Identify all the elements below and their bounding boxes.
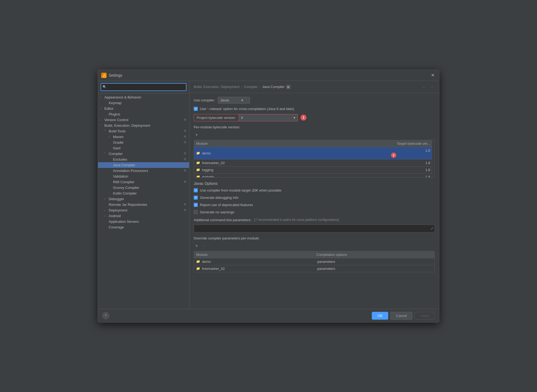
override-td-options: -parameters: [314, 265, 434, 272]
breadcrumb-current: Java Compiler: [262, 85, 285, 89]
settings-dialog: J Settings ✕ 🔍 › Appearance & Behavior: [98, 70, 439, 323]
badge-1: 1: [301, 115, 306, 121]
sidebar-item-editor[interactable]: › Editor: [98, 106, 189, 111]
override-td-module: 📁 demo: [194, 258, 314, 265]
table-header: Module Target bytecode ver...: [194, 140, 434, 147]
sidebar-item-rmi-compiler[interactable]: RMI Compiler ▦: [98, 179, 189, 185]
sidebar-item-validation[interactable]: Validation: [98, 174, 189, 179]
sidebar-item-excludes[interactable]: Excludes ▦: [98, 157, 189, 162]
sidebar-item-label: Gant: [113, 146, 187, 150]
search-box: 🔍: [98, 81, 189, 93]
sidebar-item-label: RMI Compiler: [113, 180, 183, 184]
javac-opt-2-row: ✓ Generate debugging info: [194, 196, 435, 200]
javac-opt-3-row: ✓ Report use of deprecated features: [194, 203, 435, 207]
javac-opt-1-row: ✓ Use compiler from module target JDK wh…: [194, 188, 435, 192]
javac-options-section: Javac Options ✓ Use compiler from module…: [194, 181, 435, 214]
use-compiler-label: Use compiler:: [194, 98, 215, 102]
override-add-button[interactable]: +: [194, 243, 200, 249]
sidebar-item-build-tools[interactable]: ˅ Build Tools ▦: [98, 128, 189, 134]
sidebar-item-keymap[interactable]: Keymap: [98, 100, 189, 106]
search-wrapper: 🔍: [101, 83, 186, 91]
cross-compile-row: ✓ Use '--release' option for cross-compi…: [194, 107, 435, 111]
override-table: Module Compilation options 📁 demo -param…: [194, 251, 435, 272]
panel-body: Use compiler: Javac ▾ ✓ Use '--release' …: [189, 93, 439, 309]
sidebar-item-debugger[interactable]: › Debugger: [98, 196, 189, 202]
sidebar-item-kotlin-compiler[interactable]: Kotlin Compiler: [98, 190, 189, 196]
javac-opt-4-label: Generate no warnings: [200, 210, 234, 214]
sidebar-item-appearance[interactable]: › Appearance & Behavior: [98, 94, 189, 100]
bytecode-dropdown[interactable]: 8 ▾: [239, 114, 298, 121]
sidebar-item-label: Build Tools: [109, 129, 183, 133]
th-module: Module: [194, 140, 386, 147]
module-icon: 📁: [196, 260, 200, 263]
cross-compile-checkbox[interactable]: ✓: [194, 107, 198, 111]
sidebar-item-label: Annotation Processors: [113, 169, 183, 173]
scrollbar[interactable]: [432, 140, 434, 177]
dropdown-arrow-icon: ▾: [241, 98, 243, 102]
forward-button[interactable]: →: [428, 84, 435, 90]
override-remove-button[interactable]: −: [201, 243, 207, 249]
javac-opt-2-checkbox[interactable]: ✓: [194, 196, 198, 200]
sidebar-item-label: Validation: [113, 174, 187, 178]
remove-module-button[interactable]: −: [201, 132, 207, 138]
sidebar-item-label: Compiler: [109, 152, 183, 156]
apply-button[interactable]: Apply: [415, 312, 435, 320]
ok-button[interactable]: OK: [372, 312, 388, 320]
cancel-button[interactable]: Cancel: [390, 312, 412, 320]
check-icon: ✓: [195, 107, 197, 110]
javac-opt-4-checkbox[interactable]: [194, 210, 198, 214]
sidebar-item-version-control[interactable]: › Version Control ▦: [98, 117, 189, 123]
sidebar-item-build-exec-deploy[interactable]: ˅ Build, Execution, Deployment: [98, 123, 189, 128]
override-section: Override compiler parameters per-module:…: [194, 236, 435, 272]
expand-button[interactable]: ⤢: [430, 226, 434, 231]
sidebar-item-coverage[interactable]: Coverage: [98, 224, 189, 230]
sidebar-item-gant[interactable]: Gant: [98, 145, 189, 151]
bytecode-label: Project bytecode version:: [194, 114, 239, 121]
close-button[interactable]: ✕: [429, 72, 436, 79]
override-row[interactable]: 📁 freemarker_02 -parameters: [194, 265, 434, 272]
javac-opt-3-label: Report use of deprecated features: [200, 203, 253, 207]
sidebar-item-label: Appearance & Behavior: [104, 95, 187, 99]
check-icon: ✓: [195, 189, 197, 192]
cli-input[interactable]: [194, 225, 435, 232]
th-target: Target bytecode ver...: [386, 140, 434, 147]
sidebar-item-plugins[interactable]: Plugins: [98, 111, 189, 117]
module-name: mybatis: [202, 175, 214, 178]
bytecode-value: 8: [241, 116, 243, 120]
table-row[interactable]: 📁 demo 1.8 2: [194, 147, 434, 160]
cli-hint: ('/' recommended in paths for cross-plat…: [254, 218, 339, 222]
add-module-button[interactable]: +: [194, 132, 200, 138]
sidebar-item-label: Coverage: [109, 225, 187, 229]
sidebar-item-application-servers[interactable]: Application Servers: [98, 219, 189, 224]
override-row[interactable]: 📁 demo -parameters: [194, 258, 434, 265]
sidebar-item-remote-jar-repos[interactable]: Remote Jar Repositories ▦: [98, 202, 189, 207]
settings-icon: ▦: [183, 163, 187, 167]
sidebar-item-deployment[interactable]: › Deployment ▦: [98, 207, 189, 213]
sidebar-item-label: Kotlin Compiler: [113, 191, 187, 195]
help-button[interactable]: ?: [102, 312, 109, 319]
sidebar-item-gradle[interactable]: Gradle ▦: [98, 140, 189, 145]
javac-options-title: Javac Options: [194, 181, 435, 186]
dialog-title: Settings: [109, 73, 122, 77]
sidebar-item-groovy-compiler[interactable]: Groovy Compiler: [98, 185, 189, 190]
compiler-dropdown[interactable]: Javac ▾: [218, 97, 250, 104]
back-button[interactable]: ←: [421, 84, 427, 90]
sidebar-item-label: Application Servers: [109, 220, 187, 224]
sidebar-item-compiler[interactable]: ˅ Compiler ▦: [98, 151, 189, 157]
sidebar-item-java-compiler[interactable]: Java Compiler ▦: [98, 162, 189, 168]
sidebar-item-label: Remote Jar Repositories: [109, 203, 183, 207]
sidebar-item-maven[interactable]: › Maven ▦: [98, 134, 189, 140]
table-row[interactable]: 📁 freemarker_02 1.8: [194, 160, 434, 167]
table-row[interactable]: 📁 logging 1.8: [194, 167, 434, 174]
sidebar-item-android[interactable]: › Android: [98, 213, 189, 219]
sidebar-item-label: Keymap: [109, 101, 187, 105]
td-module: 📁 logging: [194, 167, 386, 173]
javac-opt-1-label: Use compiler from module target JDK when…: [200, 188, 281, 192]
sidebar-item-annotation-processors[interactable]: Annotation Processors ▦: [98, 168, 189, 174]
search-input[interactable]: [101, 83, 186, 91]
table-row[interactable]: 📁 mybatis 1.8: [194, 174, 434, 178]
override-td-module: 📁 freemarker_02: [194, 265, 314, 272]
javac-opt-3-checkbox[interactable]: ✓: [194, 203, 198, 207]
javac-opt-1-checkbox[interactable]: ✓: [194, 188, 198, 192]
footer-left: ?: [102, 312, 109, 319]
